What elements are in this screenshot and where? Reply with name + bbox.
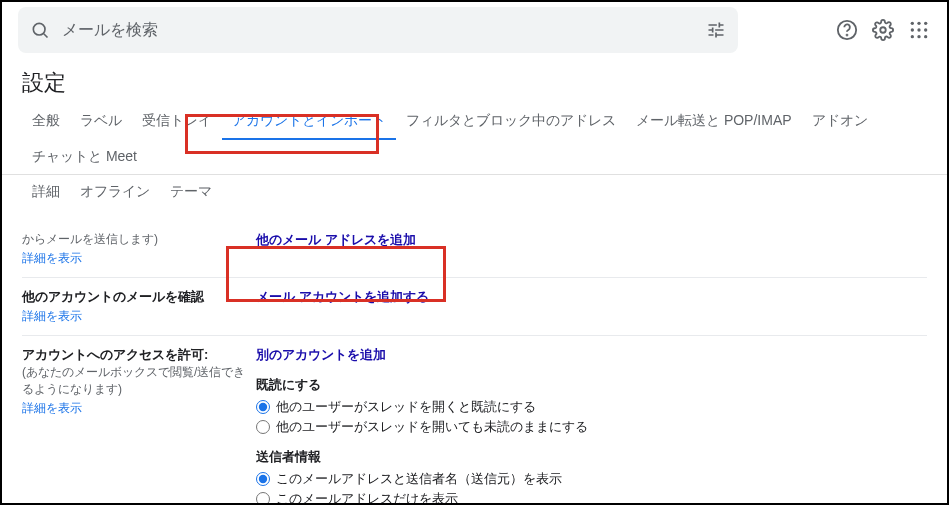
tabs-row1: 全般 ラベル 受信トレイ アカウントとインポート フィルタとブロック中のアドレス… — [2, 104, 947, 175]
radio-label: このメールアドレスだけを表示 — [276, 490, 458, 505]
header: メールを検索 — [2, 2, 947, 58]
svg-point-0 — [33, 23, 45, 35]
svg-point-5 — [911, 22, 914, 25]
header-actions — [805, 18, 931, 42]
radio-label: このメールアドレスと送信者名（送信元）を表示 — [276, 470, 562, 488]
radio-mark-read[interactable]: 他のユーザーがスレッドを開くと既読にする — [256, 398, 927, 416]
section-check-mail: 他のアカウントのメールを確認 詳細を表示 メール アカウントを追加する — [22, 278, 927, 336]
tab-addons[interactable]: アドオン — [802, 104, 878, 140]
search-icon — [30, 20, 50, 40]
radio-input[interactable] — [256, 420, 270, 434]
grant-access-sub: (あなたのメールボックスで閲覧/送信できるようになります) — [22, 364, 256, 398]
learn-more-link[interactable]: 詳細を表示 — [22, 400, 256, 417]
gear-icon[interactable] — [871, 18, 895, 42]
tab-labels[interactable]: ラベル — [70, 104, 132, 140]
page-title: 設定 — [2, 58, 947, 104]
radio-keep-unread[interactable]: 他のユーザーがスレッドを開いても未読のままにする — [256, 418, 927, 436]
radio-label: 他のユーザーがスレッドを開いても未読のままにする — [276, 418, 588, 436]
svg-point-3 — [847, 35, 848, 36]
learn-more-link[interactable]: 詳細を表示 — [22, 308, 256, 325]
tab-themes[interactable]: テーマ — [160, 175, 222, 209]
svg-point-10 — [924, 28, 927, 31]
tab-filters[interactable]: フィルタとブロック中のアドレス — [396, 104, 626, 140]
annotation-highlight-tab — [185, 114, 379, 154]
section-grant-access: アカウントへのアクセスを許可: (あなたのメールボックスで閲覧/送信できるように… — [22, 336, 927, 505]
svg-point-11 — [911, 35, 914, 38]
svg-point-9 — [917, 28, 920, 31]
search-placeholder: メールを検索 — [62, 20, 698, 41]
section-label: アカウントへのアクセスを許可: (あなたのメールボックスで閲覧/送信できるように… — [22, 346, 256, 505]
tab-chat[interactable]: チャットと Meet — [22, 140, 147, 174]
tune-icon[interactable] — [706, 20, 726, 40]
svg-line-1 — [44, 34, 48, 38]
radio-sender-email-only[interactable]: このメールアドレスだけを表示 — [256, 490, 927, 505]
radio-input[interactable] — [256, 400, 270, 414]
mark-read-title: 既読にする — [256, 376, 927, 394]
svg-point-8 — [911, 28, 914, 31]
svg-point-12 — [917, 35, 920, 38]
content: からメールを送信します) 詳細を表示 他のメール アドレスを追加 他のアカウント… — [2, 217, 947, 505]
svg-point-7 — [924, 22, 927, 25]
send-as-sub: からメールを送信します) — [22, 231, 256, 248]
sender-info-title: 送信者情報 — [256, 448, 927, 466]
section-send-as: からメールを送信します) 詳細を表示 他のメール アドレスを追加 — [22, 221, 927, 278]
radio-label: 他のユーザーがスレッドを開くと既読にする — [276, 398, 536, 416]
svg-point-6 — [917, 22, 920, 25]
tabs-row2: 詳細 オフライン テーマ — [2, 175, 947, 217]
search-box[interactable]: メールを検索 — [18, 7, 738, 53]
svg-point-4 — [880, 27, 886, 33]
add-address-link[interactable]: 他のメール アドレスを追加 — [256, 232, 416, 247]
section-body: 別のアカウントを追加 既読にする 他のユーザーがスレッドを開くと既読にする 他の… — [256, 346, 927, 505]
tab-forwarding[interactable]: メール転送と POP/IMAP — [626, 104, 802, 140]
apps-icon[interactable] — [907, 18, 931, 42]
grant-access-label: アカウントへのアクセスを許可: — [22, 347, 208, 362]
svg-point-13 — [924, 35, 927, 38]
add-other-account-link[interactable]: 別のアカウントを追加 — [256, 347, 386, 362]
section-label: からメールを送信します) 詳細を表示 — [22, 231, 256, 267]
radio-input[interactable] — [256, 492, 270, 505]
annotation-highlight-link — [226, 246, 446, 302]
radio-input[interactable] — [256, 472, 270, 486]
learn-more-link[interactable]: 詳細を表示 — [22, 250, 256, 267]
help-icon[interactable] — [835, 18, 859, 42]
tab-offline[interactable]: オフライン — [70, 175, 160, 209]
tab-general[interactable]: 全般 — [22, 104, 70, 140]
radio-sender-full[interactable]: このメールアドレスと送信者名（送信元）を表示 — [256, 470, 927, 488]
check-mail-label: 他のアカウントのメールを確認 — [22, 289, 204, 304]
section-label: 他のアカウントのメールを確認 詳細を表示 — [22, 288, 256, 325]
tab-advanced[interactable]: 詳細 — [22, 175, 70, 209]
